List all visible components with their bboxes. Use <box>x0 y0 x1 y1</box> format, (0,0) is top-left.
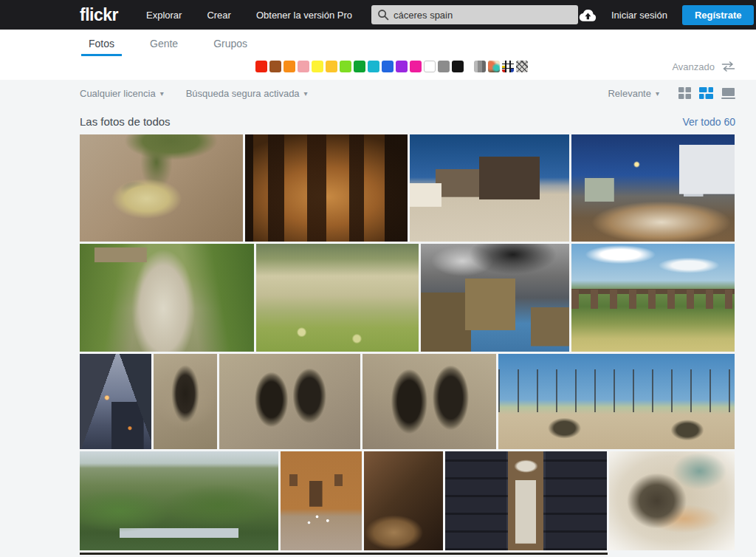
chevron-down-icon: ▾ <box>160 89 164 98</box>
style-swatches <box>474 61 528 72</box>
view-justified-button[interactable] <box>699 87 713 99</box>
color-swatch-7fdd24[interactable] <box>340 61 351 72</box>
photo-plaza-pigeons[interactable] <box>281 451 362 550</box>
chevron-down-icon: ▾ <box>656 89 659 98</box>
filter-row-right: Relevante ▾ <box>608 87 735 99</box>
color-swatch-19b6d0[interactable] <box>368 61 379 72</box>
advanced-button[interactable]: Avanzado <box>672 61 735 72</box>
results-heading-row: Las fotos de todos Ver todo 60 <box>80 115 735 128</box>
photo-river-gorge[interactable] <box>80 244 254 352</box>
photo-bird[interactable] <box>80 134 243 242</box>
photo-twin-tombs-a[interactable] <box>219 354 360 449</box>
photo-church-interior[interactable] <box>245 134 408 242</box>
style-swatch-minimalist[interactable] <box>502 61 514 72</box>
login-link[interactable]: Iniciar sesión <box>611 10 667 21</box>
photo-rock-tomb[interactable] <box>154 354 217 449</box>
upload-button[interactable] <box>578 7 597 22</box>
search-bar <box>371 5 578 24</box>
style-swatch-shallow-depth[interactable] <box>488 61 500 72</box>
photo-terraced-hills[interactable] <box>256 244 419 352</box>
results-content: Cualquier licencia ▾ Búsqueda segura act… <box>0 87 756 555</box>
photo-twin-tombs-b[interactable] <box>362 354 496 449</box>
safe-search-dropdown-label: Búsqueda segura activada <box>186 88 300 99</box>
color-swatches <box>255 61 464 72</box>
color-swatch-f78d18[interactable] <box>284 61 295 72</box>
color-swatch-9b5221[interactable] <box>269 61 281 72</box>
license-dropdown-label: Cualquier licencia <box>80 88 156 99</box>
signup-button[interactable]: Regístrate <box>682 5 755 25</box>
photo-row <box>80 451 735 550</box>
view-switcher <box>678 87 735 99</box>
filter-row: Cualquier licencia ▾ Búsqueda segura act… <box>80 87 735 99</box>
color-swatch-8c8c8c[interactable] <box>438 61 450 72</box>
advanced-sliders-icon <box>721 61 735 72</box>
photo-row <box>80 354 735 449</box>
style-swatch-patterns[interactable] <box>516 61 528 72</box>
view-single-button[interactable] <box>721 87 735 99</box>
photo-row <box>80 244 735 352</box>
photo-monastery-plaza[interactable] <box>410 134 569 242</box>
results-heading: Las fotos de todos <box>80 115 171 128</box>
photo-grid <box>80 134 735 550</box>
photo-bronze-foot[interactable] <box>364 451 443 550</box>
result-tabs: Fotos Gente Grupos <box>0 30 756 56</box>
photo-stork-poles[interactable] <box>498 354 735 449</box>
photo-door-virgin[interactable] <box>445 451 607 550</box>
color-swatch-151515[interactable] <box>452 61 464 72</box>
color-swatch-2367e0[interactable] <box>382 61 394 72</box>
color-swatch-ef1d9d[interactable] <box>410 61 422 72</box>
color-swatch-0ea432[interactable] <box>354 61 365 72</box>
nav-get-pro[interactable]: Obtener la versión Pro <box>256 10 352 21</box>
nav-explore[interactable]: Explorar <box>146 10 182 21</box>
chevron-down-icon: ▾ <box>304 89 308 98</box>
advanced-label: Avanzado <box>672 61 715 72</box>
header-nav: Explorar Crear Obtener la versión Pro <box>146 10 352 21</box>
next-row-peek <box>80 553 608 555</box>
color-swatch-fdf335[interactable] <box>312 61 323 72</box>
color-swatch-f0230c[interactable] <box>255 61 267 72</box>
color-swatch-9a28e0[interactable] <box>396 61 408 72</box>
tab-fotos[interactable]: Fotos <box>81 30 122 56</box>
photo-dusk-lantern[interactable] <box>80 354 151 449</box>
search-icon <box>377 9 389 21</box>
grid-view-icon <box>678 87 691 99</box>
sort-dropdown[interactable]: Relevante ▾ <box>608 88 659 99</box>
header-right: Iniciar sesión Regístrate <box>578 5 754 25</box>
photo-row <box>80 134 735 242</box>
search-input[interactable] <box>371 5 578 24</box>
color-swatch-f2a3ab[interactable] <box>298 61 309 72</box>
tab-grupos[interactable]: Grupos <box>206 30 255 56</box>
view-all-link[interactable]: Ver todo 60 <box>682 116 735 128</box>
color-swatch-ffffff[interactable] <box>424 61 436 72</box>
photo-winter-tree[interactable] <box>609 451 735 550</box>
sort-dropdown-label: Relevante <box>608 88 651 99</box>
photo-valley-river[interactable] <box>80 451 278 550</box>
slideshow-view-icon <box>721 87 735 99</box>
sub-header: Fotos Gente Grupos Avanzado <box>0 30 756 80</box>
flickr-logo[interactable]: flickr <box>80 5 118 25</box>
color-filter-row: Avanzado <box>0 59 756 74</box>
photo-viaduct[interactable] <box>571 244 735 352</box>
view-grid-button[interactable] <box>678 87 691 99</box>
color-swatch-fcc52b[interactable] <box>326 61 337 72</box>
photo-storm-tower[interactable] <box>421 244 569 352</box>
style-swatch-black-and-white[interactable] <box>474 61 486 72</box>
license-dropdown[interactable]: Cualquier licencia ▾ <box>80 88 164 99</box>
photo-evening-cafe[interactable] <box>571 134 735 242</box>
safe-search-dropdown[interactable]: Búsqueda segura activada ▾ <box>186 88 308 99</box>
justified-view-icon <box>699 87 713 99</box>
upload-cloud-icon <box>578 7 597 22</box>
nav-create[interactable]: Crear <box>207 10 231 21</box>
top-header: flickr Explorar Crear Obtener la versión… <box>0 0 756 30</box>
tab-gente[interactable]: Gente <box>142 30 185 56</box>
